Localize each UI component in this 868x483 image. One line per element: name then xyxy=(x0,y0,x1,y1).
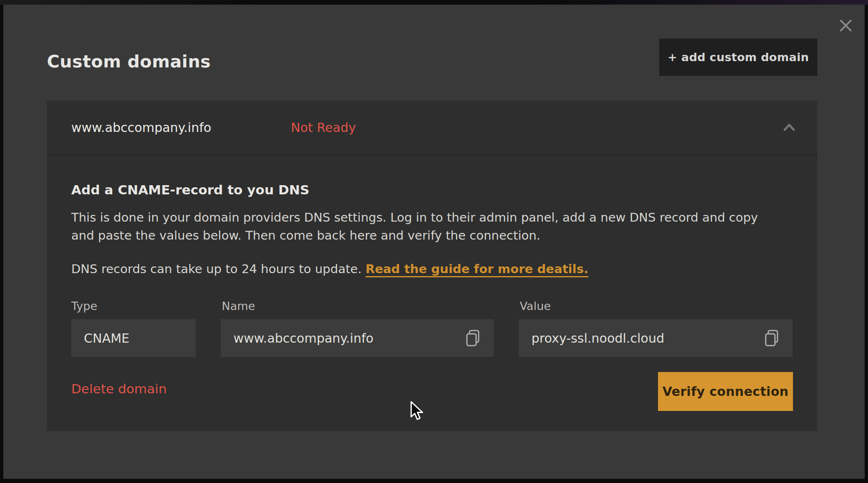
name-field-label: Name xyxy=(222,300,255,313)
read-guide-link[interactable]: Read the guide for more deatils. xyxy=(365,262,588,276)
close-icon[interactable] xyxy=(837,16,855,35)
value-field[interactable]: proxy-ssl.noodl.cloud xyxy=(519,319,793,357)
custom-domains-modal: Custom domains + add custom domain www.a… xyxy=(3,5,865,479)
chevron-up-icon[interactable] xyxy=(781,120,797,136)
value-field-label: Value xyxy=(520,300,551,313)
domain-status-badge: Not Ready xyxy=(291,120,356,135)
dns-update-note-text: DNS records can take up to 24 hours to u… xyxy=(71,262,365,276)
delete-domain-link[interactable]: Delete domain xyxy=(71,381,167,396)
type-field-value: CNAME xyxy=(71,331,130,346)
value-field-value: proxy-ssl.noodl.cloud xyxy=(519,331,664,346)
copy-value-icon[interactable] xyxy=(762,328,782,348)
domain-row[interactable]: www.abccompany.info Not Ready xyxy=(47,101,817,155)
domain-card: www.abccompany.info Not Ready Add a CNAM… xyxy=(47,101,817,431)
copy-name-icon[interactable] xyxy=(464,328,484,348)
verify-connection-button[interactable]: Verify connection xyxy=(658,372,793,411)
cname-instructions-body: This is done in your domain providers DN… xyxy=(71,209,775,245)
add-custom-domain-button[interactable]: + add custom domain xyxy=(659,39,817,76)
name-field-value: www.abccompany.info xyxy=(221,331,373,346)
name-field[interactable]: www.abccompany.info xyxy=(221,319,494,357)
cname-instructions-heading: Add a CNAME-record to you DNS xyxy=(71,182,309,197)
page-title: Custom domains xyxy=(47,52,211,72)
type-field-label: Type xyxy=(71,300,97,313)
domain-name-label: www.abccompany.info xyxy=(71,120,211,135)
dns-update-note: DNS records can take up to 24 hours to u… xyxy=(71,262,784,276)
type-field[interactable]: CNAME xyxy=(71,319,196,357)
